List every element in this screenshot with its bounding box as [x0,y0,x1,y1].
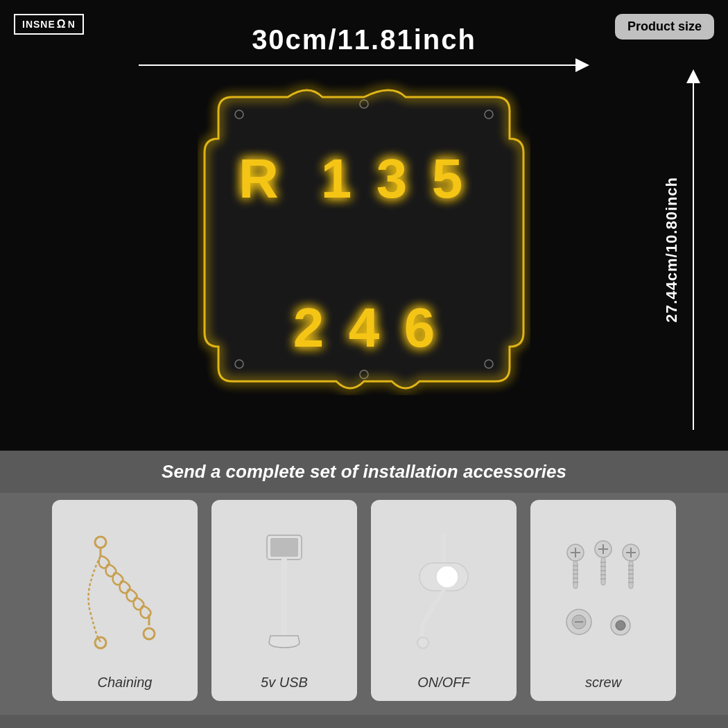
logo-text-left: INSNE [22,19,55,30]
svg-point-56 [616,621,625,630]
accessories-header: Send a complete set of installation acce… [0,451,728,493]
accessory-card-chaining: Chaining [52,500,198,701]
svg-text:5: 5 [432,148,463,209]
brand-logo: INSNEΩN [14,14,84,35]
accessories-header-text: Send a complete set of installation acce… [162,461,566,482]
onoff-label: ON/OFF [417,675,470,691]
svg-rect-21 [270,538,298,557]
neon-sign-container: R 1 3 5 2 4 6 [198,76,530,395]
svg-point-24 [417,637,428,648]
usb-image [218,514,350,668]
accessory-card-screw: screw [530,500,676,701]
accessory-card-usb: 5v USB [211,500,357,701]
svg-rect-37 [601,557,605,585]
screw-label: screw [585,675,621,691]
usb-label: 5v USB [261,675,308,691]
height-arrow-line [693,83,694,430]
accessories-grid: Chaining 5v USB [0,493,728,715]
svg-text:6: 6 [404,297,435,358]
neon-sign-svg: R 1 3 5 2 4 6 [198,76,530,395]
chaining-image [59,514,191,668]
logo-omega: Ω [57,18,67,31]
width-dimension: 30cm/11.81inch [139,24,589,72]
height-dimension: 27.44cm/10.80inch [663,69,700,430]
svg-text:R: R [239,148,279,209]
top-section: INSNEΩN Product size 30cm/11.81inch 27.4… [0,0,728,451]
screw-image [537,514,669,668]
height-arrow-head-top [686,69,700,83]
width-arrow [139,58,589,72]
svg-rect-46 [629,561,633,589]
svg-point-17 [95,537,106,548]
product-size-label: Product size [615,14,714,40]
chaining-label: Chaining [98,675,153,691]
svg-text:1: 1 [321,148,352,209]
width-arrow-line [139,64,575,66]
width-arrow-head [575,58,589,72]
height-text: 27.44cm/10.80inch [663,177,681,322]
height-arrow [686,69,700,430]
accessory-card-onoff: ON/OFF [371,500,517,701]
svg-rect-28 [573,561,578,589]
svg-point-19 [95,637,106,648]
width-text: 30cm/11.81inch [252,24,476,55]
svg-point-18 [144,628,155,639]
svg-text:3: 3 [376,148,408,209]
logo-text-right: N [68,19,76,30]
onoff-image [378,514,510,668]
svg-text:2: 2 [293,297,324,358]
svg-point-23 [436,566,458,588]
bottom-section: Send a complete set of installation acce… [0,451,728,728]
svg-text:4: 4 [349,297,380,358]
